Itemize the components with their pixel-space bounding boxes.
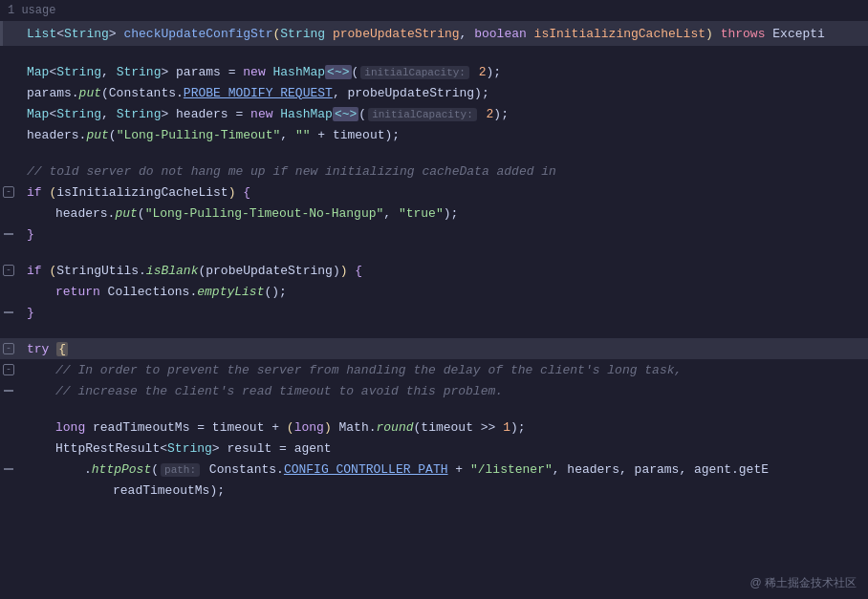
code-editor: 1 usage List<String> checkUpdateConfigSt…	[0, 0, 868, 599]
fold-icon-3[interactable]: -	[3, 343, 14, 354]
gutter-minus-1[interactable]	[0, 224, 17, 245]
timeout-ms-content: readTimeoutMs);	[8, 483, 225, 498]
if1-content: if (isInitializingCacheList) {	[8, 185, 250, 200]
map-headers-line: Map<String, String> headers = new HashMa…	[0, 103, 868, 124]
http-post-line: .httpPost(path: Constants.CONFIG_CONTROL…	[0, 459, 868, 480]
map-params-line: Map<String, String> params = new HashMap…	[0, 61, 868, 82]
usage-line: 1 usage	[0, 0, 868, 21]
close-if2-line: }	[0, 302, 868, 323]
gutter-minus-4[interactable]	[0, 459, 17, 480]
method-sig-content: List<String> checkUpdateConfigStr(String…	[8, 27, 825, 41]
watermark: @ 稀土掘金技术社区	[749, 575, 857, 591]
list-type: List	[27, 27, 56, 41]
comment2-content: // In order to prevent the server from h…	[8, 363, 682, 377]
http-result-content: HttpRestResult<String> result = agent	[8, 441, 332, 456]
gutter-minus-2[interactable]	[0, 302, 17, 323]
throws-kw: throws	[721, 27, 766, 41]
if2-content: if (StringUtils.isBlank(probeUpdateStrin…	[8, 264, 362, 278]
close-if1-line: }	[0, 224, 868, 245]
params-put-line: params.put(Constants.PROBE_MODIFY_REQUES…	[0, 82, 868, 103]
http-post-content: .httpPost(path: Constants.CONFIG_CONTROL…	[8, 462, 769, 477]
long-content: long readTimeoutMs = timeout + (long) Ma…	[8, 420, 526, 435]
gutter-fold-1[interactable]: -	[0, 182, 17, 203]
blank-line-2	[0, 145, 868, 160]
gutter-fold-4[interactable]: -	[0, 359, 17, 380]
gutter-fold-2[interactable]: -	[0, 260, 17, 281]
headers-put-timeout-line: headers.put("Long-Pulling-Timeout", "" +…	[0, 124, 868, 145]
comment-line-1: // told server do not hang me up if new …	[0, 160, 868, 182]
http-result-line: HttpRestResult<String> result = agent	[0, 438, 868, 459]
param1: probeUpdateString	[333, 27, 460, 41]
gutter-method	[0, 21, 17, 46]
angle-bracket: <	[56, 27, 64, 41]
timeout-ms-line: readTimeoutMs);	[0, 480, 868, 501]
fold-icon-1[interactable]: -	[3, 186, 14, 198]
param2: isInitializingCacheList	[534, 27, 705, 41]
gutter-minus-3[interactable]	[0, 380, 17, 401]
minus-icon-2	[4, 311, 13, 313]
if2-line: - if (StringUtils.isBlank(probeUpdateStr…	[0, 260, 868, 281]
fold-icon-2[interactable]: -	[3, 265, 14, 276]
comment-1-content: // told server do not hang me up if new …	[8, 164, 556, 179]
return-content: return Collections.emptyList();	[8, 285, 287, 299]
blank-line-5	[0, 401, 868, 417]
blank-line-3	[0, 245, 868, 260]
comment3-line: // increase the client's read timeout to…	[0, 380, 868, 401]
exception-type: Excepti	[772, 27, 825, 41]
method-name: checkUpdateConfigStr	[123, 27, 272, 41]
method-signature: List<String> checkUpdateConfigStr(String…	[0, 21, 868, 46]
map-params-content: Map<String, String> params = new HashMap…	[8, 65, 501, 79]
gutter-fold-3[interactable]: -	[0, 338, 17, 359]
boolean-kw: boolean	[474, 27, 527, 41]
headers-nohangup-line: headers.put("Long-Pulling-Timeout-No-Han…	[0, 203, 868, 224]
try-line: - try {	[0, 338, 868, 359]
minus-icon-1	[4, 233, 13, 235]
long-line: long readTimeoutMs = timeout + (long) Ma…	[0, 417, 868, 438]
map-headers-content: Map<String, String> headers = new HashMa…	[8, 107, 509, 121]
gutter-1	[0, 61, 17, 82]
if1-line: - if (isInitializingCacheList) {	[0, 182, 868, 203]
headers-nohangup-content: headers.put("Long-Pulling-Timeout-No-Han…	[8, 206, 458, 221]
param-type1: String	[280, 27, 325, 41]
comment3-content: // increase the client's read timeout to…	[8, 384, 503, 398]
string-type: String	[64, 27, 109, 41]
comment2-line: - // In order to prevent the server from…	[0, 359, 868, 380]
headers-put-timeout-content: headers.put("Long-Pulling-Timeout", "" +…	[8, 128, 400, 142]
blank-line-4	[0, 323, 868, 338]
minus-icon-4	[4, 468, 13, 470]
return-line: return Collections.emptyList();	[0, 281, 868, 302]
blank-line-1	[0, 46, 868, 61]
fold-icon-4[interactable]: -	[3, 364, 14, 375]
minus-icon-3	[4, 390, 13, 392]
params-put-content: params.put(Constants.PROBE_MODIFY_REQUES…	[8, 86, 489, 100]
